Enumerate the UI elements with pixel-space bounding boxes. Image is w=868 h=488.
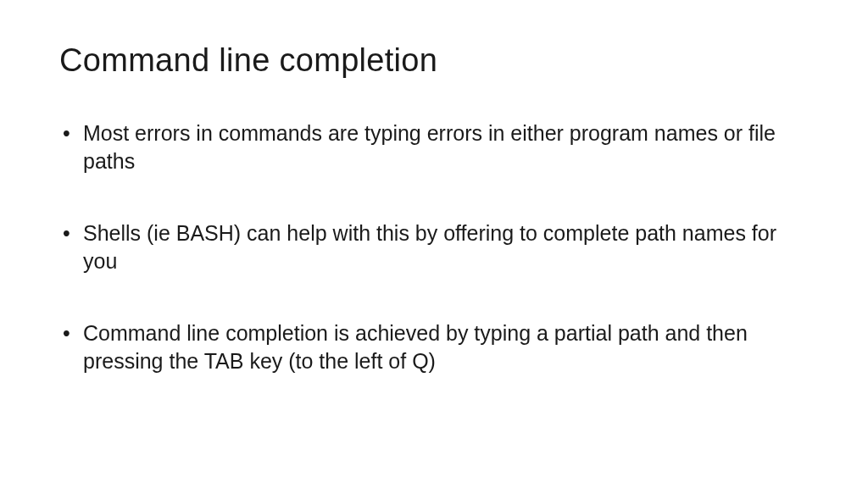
bullet-item: Command line completion is achieved by t… (59, 319, 809, 375)
slide-title: Command line completion (59, 42, 809, 79)
bullet-list: Most errors in commands are typing error… (59, 119, 809, 375)
bullet-item: Most errors in commands are typing error… (59, 119, 809, 175)
bullet-item: Shells (ie BASH) can help with this by o… (59, 219, 809, 275)
